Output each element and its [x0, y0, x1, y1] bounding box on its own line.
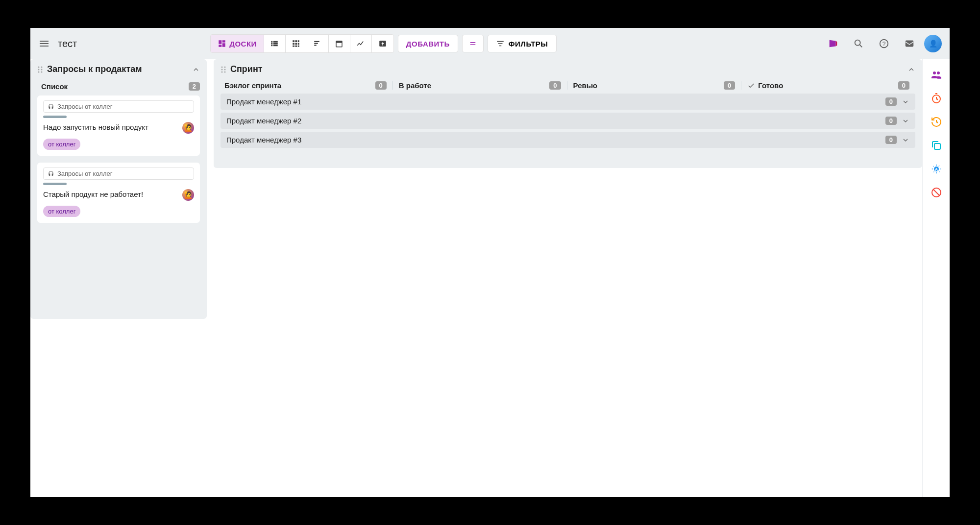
card-title: Надо запустить новый продукт [43, 122, 178, 132]
copy-icon[interactable] [931, 140, 942, 151]
headset-icon [48, 103, 54, 110]
card-title: Старый продукт не работает! [43, 189, 178, 199]
swimlane-row[interactable]: Продакт менеджер #3 0 [220, 132, 915, 148]
user-avatar[interactable]: 👤 [924, 35, 942, 52]
whats-new-icon[interactable] [822, 33, 844, 54]
task-card[interactable]: Запросы от коллег Старый продукт не рабо… [37, 163, 200, 223]
svg-point-10 [41, 71, 43, 72]
view-toggle: ДОСКИ [210, 34, 394, 53]
swimlane-row[interactable]: Продакт менеджер #2 0 [220, 113, 915, 129]
svg-rect-4 [906, 41, 914, 47]
card-source: Запросы от коллег [43, 100, 194, 113]
svg-point-7 [38, 69, 40, 70]
view-list[interactable] [264, 35, 286, 52]
svg-point-8 [41, 69, 43, 70]
svg-point-14 [224, 69, 226, 70]
column-done[interactable]: Готово 0 [747, 81, 915, 90]
board-title: Запросы к продактам [47, 64, 188, 74]
view-archive[interactable] [372, 35, 393, 52]
svg-point-6 [41, 66, 43, 68]
list-count: 2 [189, 82, 200, 91]
people-icon[interactable] [931, 69, 942, 81]
assignee-avatar[interactable]: 🙋 [182, 122, 194, 134]
column-review[interactable]: Ревью 0 [573, 81, 742, 90]
card-source: Запросы от коллег [43, 167, 194, 180]
view-calendar[interactable] [329, 35, 350, 52]
check-icon [747, 82, 755, 90]
svg-text:A: A [934, 167, 938, 172]
svg-rect-18 [934, 143, 940, 149]
board-sprint: Спринт Бэклог спринта 0 В работе 0 [214, 59, 922, 168]
card-stripe [43, 183, 67, 185]
column-backlog[interactable]: Бэклог спринта 0 [224, 81, 393, 90]
svg-point-11 [221, 66, 223, 68]
svg-point-1 [855, 40, 860, 46]
mail-icon[interactable] [899, 33, 920, 54]
task-card[interactable]: Запросы от коллег Надо запустить новый п… [37, 95, 200, 156]
board-title: Спринт [230, 64, 904, 74]
svg-point-9 [38, 71, 40, 72]
chevron-down-icon[interactable] [902, 117, 909, 125]
assignee-avatar[interactable]: 🙋 [182, 189, 194, 201]
menu-icon[interactable] [38, 38, 50, 49]
list-label: Список [41, 82, 189, 91]
app-title: тест [58, 38, 77, 49]
add-button[interactable]: ДОБАВИТЬ [398, 35, 458, 52]
block-icon[interactable] [931, 187, 942, 198]
board-requests: Запросы к продактам Список 2 Запросы от … [30, 59, 207, 319]
add-dropdown[interactable] [462, 35, 484, 52]
drag-icon[interactable] [37, 66, 43, 73]
collapse-icon[interactable] [907, 66, 915, 73]
svg-point-16 [224, 71, 226, 72]
help-icon[interactable]: ? [873, 33, 895, 54]
filters-button[interactable]: ФИЛЬТРЫ [488, 35, 557, 52]
svg-point-5 [38, 66, 40, 68]
svg-point-12 [224, 66, 226, 68]
card-stripe [43, 116, 67, 118]
headset-icon [48, 170, 54, 177]
topbar: тест ДОСКИ [30, 28, 950, 59]
right-rail: A [922, 59, 950, 497]
search-icon[interactable] [848, 33, 869, 54]
collapse-icon[interactable] [192, 66, 200, 73]
chevron-down-icon[interactable] [902, 98, 909, 106]
svg-text:?: ? [882, 41, 886, 48]
chevron-down-icon[interactable] [902, 136, 909, 144]
svg-point-13 [221, 69, 223, 70]
automation-icon[interactable]: A [931, 163, 942, 175]
column-in-progress[interactable]: В работе 0 [399, 81, 567, 90]
svg-point-15 [221, 71, 223, 72]
card-tag[interactable]: от коллег [43, 139, 80, 150]
card-tag[interactable]: от коллег [43, 206, 80, 217]
timer-icon[interactable] [931, 93, 942, 104]
swimlane-row[interactable]: Продакт менеджер #1 0 [220, 94, 915, 110]
drag-icon[interactable] [220, 66, 226, 73]
view-boards[interactable]: ДОСКИ [211, 35, 264, 52]
view-grid[interactable] [286, 35, 307, 52]
view-chart[interactable] [350, 35, 372, 52]
history-icon[interactable] [931, 116, 942, 128]
view-gantt[interactable] [307, 35, 329, 52]
